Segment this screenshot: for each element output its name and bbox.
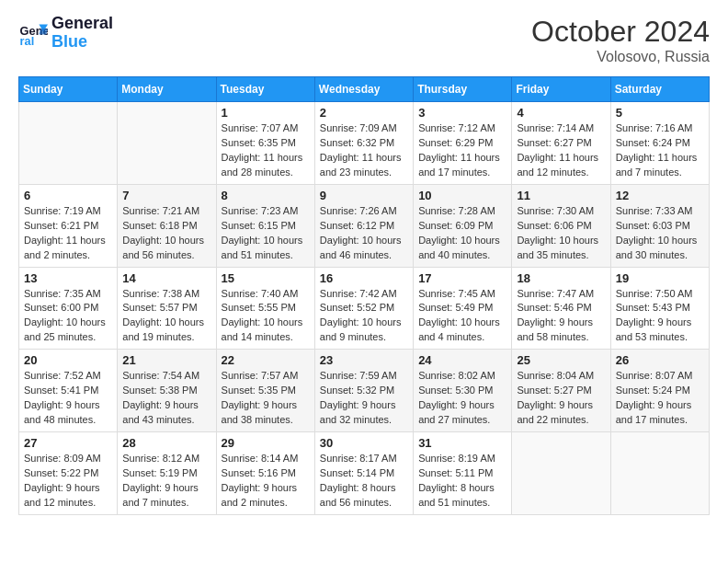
day-info-line: Sunrise: 7:42 AM xyxy=(320,287,408,302)
day-info-line: Sunrise: 7:21 AM xyxy=(122,204,210,219)
col-friday: Friday xyxy=(512,77,610,102)
day-number: 24 xyxy=(418,353,506,367)
day-info-line: Daylight: 11 hours and 2 minutes. xyxy=(24,234,112,263)
logo-text-general: General xyxy=(51,15,113,33)
day-info-line: Daylight: 10 hours and 35 minutes. xyxy=(517,234,605,263)
day-info-line: Sunset: 5:52 PM xyxy=(320,301,408,316)
day-info-line: Sunset: 5:49 PM xyxy=(418,301,506,316)
day-number: 4 xyxy=(517,106,605,120)
calendar-cell: 7Sunrise: 7:21 AMSunset: 6:18 PMDaylight… xyxy=(118,184,216,267)
day-number: 30 xyxy=(320,436,408,450)
day-info-line: Sunset: 6:35 PM xyxy=(222,136,310,151)
calendar-cell: 28Sunrise: 8:12 AMSunset: 5:19 PMDayligh… xyxy=(118,432,216,515)
day-info-line: Sunset: 6:21 PM xyxy=(24,219,112,234)
day-number: 1 xyxy=(222,106,310,120)
day-number: 20 xyxy=(24,353,112,367)
day-info-line: Daylight: 9 hours and 53 minutes. xyxy=(616,316,704,345)
day-info-line: Sunset: 5:46 PM xyxy=(517,301,605,316)
day-info-line: Sunrise: 7:16 AM xyxy=(616,121,704,136)
day-number: 22 xyxy=(222,353,310,367)
day-info-line: Sunrise: 7:38 AM xyxy=(122,287,210,302)
header-row: Sunday Monday Tuesday Wednesday Thursday… xyxy=(19,77,710,102)
day-info-line: Sunset: 6:06 PM xyxy=(517,219,605,234)
day-info-line: Sunrise: 7:19 AM xyxy=(24,204,112,219)
day-info-line: Sunrise: 7:09 AM xyxy=(320,121,408,136)
calendar-cell: 5Sunrise: 7:16 AMSunset: 6:24 PMDaylight… xyxy=(610,102,709,185)
day-number: 10 xyxy=(418,189,506,202)
col-saturday: Saturday xyxy=(610,77,709,102)
day-number: 23 xyxy=(320,353,408,367)
calendar-cell: 15Sunrise: 7:40 AMSunset: 5:55 PMDayligh… xyxy=(216,267,314,350)
day-number: 2 xyxy=(320,106,408,120)
location: Volosovo, Russia xyxy=(531,49,710,65)
day-number: 3 xyxy=(418,106,506,120)
calendar-table: Sunday Monday Tuesday Wednesday Thursday… xyxy=(18,76,710,515)
day-info-line: Sunrise: 7:35 AM xyxy=(24,287,112,302)
calendar-week-row: 13Sunrise: 7:35 AMSunset: 6:00 PMDayligh… xyxy=(19,267,710,350)
day-number: 28 xyxy=(122,436,210,450)
svg-marker-3 xyxy=(39,29,48,34)
day-info-line: Sunset: 5:11 PM xyxy=(418,466,506,481)
day-number: 7 xyxy=(122,189,210,202)
day-info-line: Daylight: 10 hours and 56 minutes. xyxy=(122,234,210,263)
day-info-line: Daylight: 11 hours and 12 minutes. xyxy=(517,151,605,180)
day-info-line: Sunrise: 7:45 AM xyxy=(418,287,506,302)
calendar-cell: 21Sunrise: 7:54 AMSunset: 5:38 PMDayligh… xyxy=(118,350,216,432)
calendar-cell: 9Sunrise: 7:26 AMSunset: 6:12 PMDaylight… xyxy=(314,184,413,267)
day-number: 12 xyxy=(616,189,704,202)
day-info-line: Daylight: 9 hours and 58 minutes. xyxy=(517,316,605,345)
day-info-line: Sunset: 6:03 PM xyxy=(616,219,704,234)
day-info-line: Sunrise: 7:40 AM xyxy=(222,287,310,302)
calendar-week-row: 20Sunrise: 7:52 AMSunset: 5:41 PMDayligh… xyxy=(19,350,710,432)
day-number: 31 xyxy=(418,436,506,450)
day-info-line: Daylight: 10 hours and 30 minutes. xyxy=(616,234,704,263)
day-info-line: Daylight: 10 hours and 46 minutes. xyxy=(320,234,408,263)
day-info-line: Sunrise: 7:57 AM xyxy=(222,369,310,384)
day-number: 25 xyxy=(517,353,605,367)
day-info-line: Sunset: 6:24 PM xyxy=(616,136,704,151)
day-info-line: Sunset: 5:22 PM xyxy=(24,466,112,481)
day-info-line: Daylight: 10 hours and 19 minutes. xyxy=(122,316,210,345)
day-info-line: Sunrise: 8:12 AM xyxy=(122,452,210,466)
calendar-cell xyxy=(19,102,118,185)
logo-icon: Gene ral xyxy=(18,18,48,48)
day-info-line: Sunset: 5:43 PM xyxy=(616,301,704,316)
day-info-line: Daylight: 11 hours and 17 minutes. xyxy=(418,151,506,180)
day-info-line: Sunrise: 8:14 AM xyxy=(222,452,310,466)
day-info-line: Daylight: 9 hours and 48 minutes. xyxy=(24,398,112,428)
calendar-cell: 30Sunrise: 8:17 AMSunset: 5:14 PMDayligh… xyxy=(314,432,413,515)
page-container: Gene ral General Blue October 2024 Volos… xyxy=(0,0,728,530)
day-info-line: Daylight: 9 hours and 2 minutes. xyxy=(222,481,310,511)
day-info-line: Sunset: 6:12 PM xyxy=(320,219,408,234)
calendar-cell: 11Sunrise: 7:30 AMSunset: 6:06 PMDayligh… xyxy=(512,184,610,267)
day-number: 21 xyxy=(122,353,210,367)
day-info-line: Sunrise: 7:33 AM xyxy=(616,204,704,219)
day-number: 6 xyxy=(24,189,112,202)
calendar-cell xyxy=(512,432,610,515)
calendar-cell: 16Sunrise: 7:42 AMSunset: 5:52 PMDayligh… xyxy=(314,267,413,350)
calendar-cell: 19Sunrise: 7:50 AMSunset: 5:43 PMDayligh… xyxy=(610,267,709,350)
day-number: 14 xyxy=(122,271,210,285)
day-info-line: Sunrise: 8:19 AM xyxy=(418,452,506,466)
day-info-line: Daylight: 11 hours and 7 minutes. xyxy=(616,151,704,180)
day-number: 16 xyxy=(320,271,408,285)
day-info-line: Sunset: 6:15 PM xyxy=(222,219,310,234)
calendar-cell: 18Sunrise: 7:47 AMSunset: 5:46 PMDayligh… xyxy=(512,267,610,350)
day-number: 13 xyxy=(24,271,112,285)
day-info-line: Daylight: 10 hours and 51 minutes. xyxy=(222,234,310,263)
day-info-line: Sunset: 6:00 PM xyxy=(24,301,112,316)
col-monday: Monday xyxy=(118,77,216,102)
day-info-line: Sunset: 6:32 PM xyxy=(320,136,408,151)
col-thursday: Thursday xyxy=(414,77,512,102)
day-info-line: Sunrise: 7:52 AM xyxy=(24,369,112,384)
calendar-cell: 14Sunrise: 7:38 AMSunset: 5:57 PMDayligh… xyxy=(118,267,216,350)
calendar-cell: 26Sunrise: 8:07 AMSunset: 5:24 PMDayligh… xyxy=(610,350,709,432)
day-info-line: Sunset: 5:19 PM xyxy=(122,466,210,481)
day-info-line: Sunset: 6:09 PM xyxy=(418,219,506,234)
day-info-line: Daylight: 10 hours and 14 minutes. xyxy=(222,316,310,345)
day-info-line: Sunset: 6:18 PM xyxy=(122,219,210,234)
day-info-line: Sunrise: 7:47 AM xyxy=(517,287,605,302)
calendar-cell: 1Sunrise: 7:07 AMSunset: 6:35 PMDaylight… xyxy=(216,102,314,185)
day-info-line: Sunrise: 7:07 AM xyxy=(222,121,310,136)
day-info-line: Daylight: 10 hours and 9 minutes. xyxy=(320,316,408,345)
